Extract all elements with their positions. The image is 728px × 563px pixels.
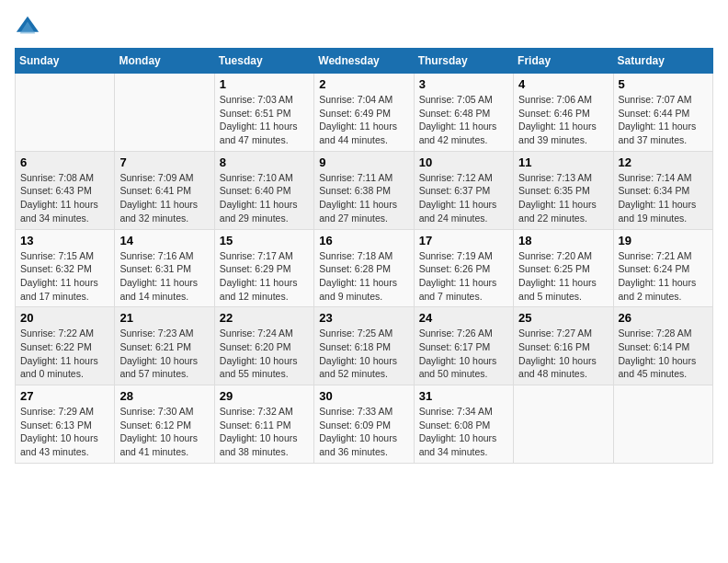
day-number: 10 [419, 155, 508, 169]
calendar-cell: 4 Sunrise: 7:06 AM Sunset: 6:46 PM Dayli… [514, 74, 613, 152]
calendar-cell: 29 Sunrise: 7:32 AM Sunset: 6:11 PM Dayl… [214, 385, 313, 464]
calendar-cell: 9 Sunrise: 7:11 AM Sunset: 6:38 PM Dayli… [314, 151, 414, 229]
day-info: Sunrise: 7:16 AM Sunset: 6:31 PM Dayligh… [119, 249, 209, 304]
day-number: 30 [319, 389, 408, 403]
day-info: Sunrise: 7:06 AM Sunset: 6:46 PM Dayligh… [518, 93, 608, 147]
sunset: Sunset: 6:44 PM [619, 108, 690, 119]
sunset: Sunset: 6:41 PM [119, 185, 191, 196]
page-header [15, 15, 713, 40]
daylight: Daylight: 10 hours and 57 minutes. [119, 355, 198, 380]
sunrise: Sunrise: 7:09 AM [119, 172, 193, 183]
sunset: Sunset: 6:14 PM [619, 341, 690, 352]
sunrise: Sunrise: 7:05 AM [419, 94, 493, 105]
day-number: 13 [20, 234, 109, 247]
sunrise: Sunrise: 7:18 AM [319, 250, 392, 261]
daylight: Daylight: 10 hours and 55 minutes. [220, 355, 298, 380]
day-number: 27 [20, 389, 109, 403]
sunrise: Sunrise: 7:32 AM [220, 406, 293, 417]
daylight: Daylight: 11 hours and 5 minutes. [518, 277, 597, 302]
sunset: Sunset: 6:34 PM [619, 185, 690, 196]
daylight: Daylight: 11 hours and 29 minutes. [220, 199, 298, 224]
day-number: 26 [619, 311, 708, 325]
calendar-cell: 15 Sunrise: 7:17 AM Sunset: 6:29 PM Dayl… [214, 229, 313, 307]
daylight: Daylight: 11 hours and 17 minutes. [20, 277, 98, 302]
daylight: Daylight: 11 hours and 37 minutes. [619, 121, 697, 145]
sunrise: Sunrise: 7:30 AM [119, 406, 193, 417]
day-info: Sunrise: 7:03 AM Sunset: 6:51 PM Dayligh… [220, 93, 309, 147]
day-number: 23 [319, 311, 408, 325]
calendar-week-3: 13 Sunrise: 7:15 AM Sunset: 6:32 PM Dayl… [16, 229, 713, 307]
sunrise: Sunrise: 7:12 AM [419, 172, 493, 183]
sunrise: Sunrise: 7:33 AM [319, 406, 392, 417]
daylight: Daylight: 11 hours and 9 minutes. [319, 277, 397, 302]
daylight: Daylight: 10 hours and 48 minutes. [518, 355, 597, 380]
daylight: Daylight: 11 hours and 47 minutes. [220, 121, 298, 145]
calendar-header: Sunday Monday Tuesday Wednesday Thursday… [16, 49, 713, 74]
sunrise: Sunrise: 7:17 AM [220, 250, 293, 261]
calendar-cell: 12 Sunrise: 7:14 AM Sunset: 6:34 PM Dayl… [613, 151, 712, 229]
sunset: Sunset: 6:49 PM [319, 108, 391, 119]
sunrise: Sunrise: 7:26 AM [419, 327, 493, 339]
day-number: 6 [20, 155, 109, 169]
day-info: Sunrise: 7:25 AM Sunset: 6:18 PM Dayligh… [319, 327, 408, 381]
daylight: Daylight: 11 hours and 39 minutes. [518, 121, 597, 145]
sunset: Sunset: 6:26 PM [419, 263, 491, 274]
daylight: Daylight: 11 hours and 42 minutes. [419, 121, 497, 145]
header-monday: Monday [115, 49, 214, 74]
day-info: Sunrise: 7:14 AM Sunset: 6:34 PM Dayligh… [619, 171, 708, 225]
day-info: Sunrise: 7:12 AM Sunset: 6:37 PM Dayligh… [419, 171, 508, 225]
daylight: Daylight: 11 hours and 14 minutes. [119, 277, 198, 302]
daylight: Daylight: 11 hours and 19 minutes. [619, 199, 697, 224]
day-number: 18 [518, 234, 608, 247]
sunset: Sunset: 6:12 PM [119, 419, 191, 431]
day-info: Sunrise: 7:26 AM Sunset: 6:17 PM Dayligh… [419, 327, 508, 381]
calendar-cell: 2 Sunrise: 7:04 AM Sunset: 6:49 PM Dayli… [314, 74, 414, 152]
sunset: Sunset: 6:51 PM [220, 108, 291, 119]
calendar-cell [613, 385, 712, 464]
daylight: Daylight: 10 hours and 50 minutes. [419, 355, 497, 380]
sunrise: Sunrise: 7:25 AM [319, 327, 392, 339]
day-number: 1 [220, 77, 309, 91]
sunset: Sunset: 6:38 PM [319, 185, 391, 196]
sunset: Sunset: 6:29 PM [220, 263, 291, 274]
calendar-cell: 26 Sunrise: 7:28 AM Sunset: 6:14 PM Dayl… [613, 307, 712, 385]
logo [15, 15, 42, 40]
day-number: 9 [319, 155, 408, 169]
sunset: Sunset: 6:37 PM [419, 185, 491, 196]
day-number: 14 [119, 234, 209, 247]
header-thursday: Thursday [414, 49, 513, 74]
day-number: 12 [619, 155, 708, 169]
calendar-cell: 27 Sunrise: 7:29 AM Sunset: 6:13 PM Dayl… [16, 385, 115, 464]
calendar-cell: 25 Sunrise: 7:27 AM Sunset: 6:16 PM Dayl… [514, 307, 613, 385]
calendar-week-1: 1 Sunrise: 7:03 AM Sunset: 6:51 PM Dayli… [16, 74, 713, 152]
calendar-cell: 28 Sunrise: 7:30 AM Sunset: 6:12 PM Dayl… [115, 385, 214, 464]
sunset: Sunset: 6:28 PM [319, 263, 391, 274]
day-number: 2 [319, 77, 408, 91]
sunrise: Sunrise: 7:21 AM [619, 250, 692, 261]
sunrise: Sunrise: 7:11 AM [319, 172, 392, 183]
sunrise: Sunrise: 7:14 AM [619, 172, 692, 183]
sunrise: Sunrise: 7:16 AM [119, 250, 193, 261]
day-number: 22 [220, 311, 309, 325]
daylight: Daylight: 11 hours and 12 minutes. [220, 277, 298, 302]
day-number: 16 [319, 234, 408, 247]
day-info: Sunrise: 7:20 AM Sunset: 6:25 PM Dayligh… [518, 249, 608, 304]
day-number: 8 [220, 155, 309, 169]
day-info: Sunrise: 7:30 AM Sunset: 6:12 PM Dayligh… [119, 405, 209, 459]
daylight: Daylight: 10 hours and 43 minutes. [20, 432, 98, 457]
calendar-body: 1 Sunrise: 7:03 AM Sunset: 6:51 PM Dayli… [16, 74, 713, 464]
sunset: Sunset: 6:25 PM [518, 263, 590, 274]
sunrise: Sunrise: 7:23 AM [119, 327, 193, 339]
day-info: Sunrise: 7:13 AM Sunset: 6:35 PM Dayligh… [518, 171, 608, 225]
day-number: 11 [518, 155, 608, 169]
daylight: Daylight: 11 hours and 22 minutes. [518, 199, 597, 224]
sunset: Sunset: 6:08 PM [419, 419, 491, 431]
day-info: Sunrise: 7:08 AM Sunset: 6:43 PM Dayligh… [20, 171, 109, 225]
day-info: Sunrise: 7:22 AM Sunset: 6:22 PM Dayligh… [20, 327, 109, 381]
calendar-cell: 16 Sunrise: 7:18 AM Sunset: 6:28 PM Dayl… [314, 229, 414, 307]
daylight: Daylight: 10 hours and 45 minutes. [619, 355, 697, 380]
calendar-cell: 8 Sunrise: 7:10 AM Sunset: 6:40 PM Dayli… [214, 151, 313, 229]
calendar-cell: 19 Sunrise: 7:21 AM Sunset: 6:24 PM Dayl… [613, 229, 712, 307]
day-number: 31 [419, 389, 508, 403]
daylight: Daylight: 11 hours and 32 minutes. [119, 199, 198, 224]
